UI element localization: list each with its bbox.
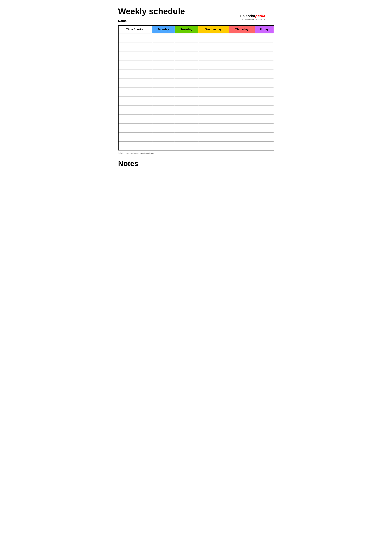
table-row bbox=[118, 114, 274, 123]
table-cell[interactable] bbox=[152, 132, 175, 141]
table-cell[interactable] bbox=[198, 69, 229, 78]
table-cell[interactable] bbox=[118, 78, 152, 87]
table-cell[interactable] bbox=[175, 33, 198, 42]
table-row bbox=[118, 60, 274, 69]
table-cell[interactable] bbox=[152, 114, 175, 123]
table-cell[interactable] bbox=[152, 78, 175, 87]
table-cell[interactable] bbox=[175, 69, 198, 78]
table-cell[interactable] bbox=[229, 60, 255, 69]
table-cell[interactable] bbox=[175, 78, 198, 87]
table-cell[interactable] bbox=[255, 96, 274, 105]
table-row bbox=[118, 96, 274, 105]
table-cell[interactable] bbox=[152, 87, 175, 96]
table-cell[interactable] bbox=[118, 141, 152, 150]
table-cell[interactable] bbox=[118, 132, 152, 141]
table-cell[interactable] bbox=[118, 87, 152, 96]
table-cell[interactable] bbox=[255, 69, 274, 78]
table-cell[interactable] bbox=[152, 60, 175, 69]
table-cell[interactable] bbox=[175, 123, 198, 132]
table-cell[interactable] bbox=[152, 96, 175, 105]
table-cell[interactable] bbox=[118, 114, 152, 123]
col-header-time: Time / period bbox=[118, 25, 152, 33]
table-cell[interactable] bbox=[118, 123, 152, 132]
table-cell[interactable] bbox=[118, 33, 152, 42]
table-cell[interactable] bbox=[198, 51, 229, 60]
table-cell[interactable] bbox=[198, 132, 229, 141]
table-cell[interactable] bbox=[152, 69, 175, 78]
table-cell[interactable] bbox=[255, 87, 274, 96]
brand-logo: Calendarpedia bbox=[240, 14, 265, 18]
table-cell[interactable] bbox=[175, 105, 198, 114]
table-cell[interactable] bbox=[152, 105, 175, 114]
table-cell[interactable] bbox=[229, 87, 255, 96]
table-cell[interactable] bbox=[198, 96, 229, 105]
page-header: Weekly schedule Calendarpedia Your sourc… bbox=[118, 7, 274, 16]
table-row bbox=[118, 123, 274, 132]
table-cell[interactable] bbox=[175, 96, 198, 105]
table-cell[interactable] bbox=[229, 42, 255, 51]
brand-pedia-text: pedia bbox=[255, 14, 265, 18]
table-cell[interactable] bbox=[255, 141, 274, 150]
table-cell[interactable] bbox=[229, 123, 255, 132]
table-cell[interactable] bbox=[118, 51, 152, 60]
table-cell[interactable] bbox=[175, 51, 198, 60]
table-cell[interactable] bbox=[198, 141, 229, 150]
table-cell[interactable] bbox=[229, 96, 255, 105]
table-cell[interactable] bbox=[175, 87, 198, 96]
table-cell[interactable] bbox=[198, 87, 229, 96]
table-cell[interactable] bbox=[229, 141, 255, 150]
table-header-row: Time / period Monday Tuesday Wednesday T… bbox=[118, 25, 274, 33]
table-cell[interactable] bbox=[198, 114, 229, 123]
brand-container: Calendarpedia Your source for calendars bbox=[240, 14, 265, 21]
table-row bbox=[118, 33, 274, 42]
table-cell[interactable] bbox=[198, 60, 229, 69]
table-cell[interactable] bbox=[198, 105, 229, 114]
table-cell[interactable] bbox=[152, 51, 175, 60]
table-cell[interactable] bbox=[152, 42, 175, 51]
table-cell[interactable] bbox=[152, 123, 175, 132]
table-cell[interactable] bbox=[229, 51, 255, 60]
brand-calendar-text: Calendar bbox=[240, 14, 255, 18]
table-cell[interactable] bbox=[175, 42, 198, 51]
table-cell[interactable] bbox=[152, 33, 175, 42]
table-cell[interactable] bbox=[198, 42, 229, 51]
col-header-thursday: Thursday bbox=[229, 25, 255, 33]
table-row bbox=[118, 69, 274, 78]
table-cell[interactable] bbox=[255, 114, 274, 123]
table-cell[interactable] bbox=[229, 105, 255, 114]
table-cell[interactable] bbox=[175, 114, 198, 123]
table-cell[interactable] bbox=[255, 123, 274, 132]
table-cell[interactable] bbox=[175, 60, 198, 69]
table-cell[interactable] bbox=[175, 141, 198, 150]
table-row bbox=[118, 141, 274, 150]
table-row bbox=[118, 105, 274, 114]
table-cell[interactable] bbox=[118, 60, 152, 69]
table-cell[interactable] bbox=[255, 132, 274, 141]
table-cell[interactable] bbox=[118, 105, 152, 114]
table-cell[interactable] bbox=[229, 132, 255, 141]
table-cell[interactable] bbox=[118, 96, 152, 105]
table-cell[interactable] bbox=[229, 114, 255, 123]
col-header-tuesday: Tuesday bbox=[175, 25, 198, 33]
table-cell[interactable] bbox=[198, 78, 229, 87]
table-cell[interactable] bbox=[255, 51, 274, 60]
table-row bbox=[118, 87, 274, 96]
table-cell[interactable] bbox=[255, 78, 274, 87]
table-cell[interactable] bbox=[198, 33, 229, 42]
table-cell[interactable] bbox=[255, 42, 274, 51]
col-header-wednesday: Wednesday bbox=[198, 25, 229, 33]
table-cell[interactable] bbox=[229, 69, 255, 78]
brand-tagline: Your source for calendars bbox=[240, 18, 265, 21]
table-cell[interactable] bbox=[229, 33, 255, 42]
table-cell[interactable] bbox=[255, 105, 274, 114]
table-cell[interactable] bbox=[198, 123, 229, 132]
table-cell[interactable] bbox=[175, 132, 198, 141]
table-cell[interactable] bbox=[255, 60, 274, 69]
table-cell[interactable] bbox=[118, 69, 152, 78]
col-header-monday: Monday bbox=[152, 25, 175, 33]
table-cell[interactable] bbox=[152, 141, 175, 150]
table-cell[interactable] bbox=[255, 33, 274, 42]
table-cell[interactable] bbox=[118, 42, 152, 51]
table-cell[interactable] bbox=[229, 78, 255, 87]
table-row bbox=[118, 78, 274, 87]
